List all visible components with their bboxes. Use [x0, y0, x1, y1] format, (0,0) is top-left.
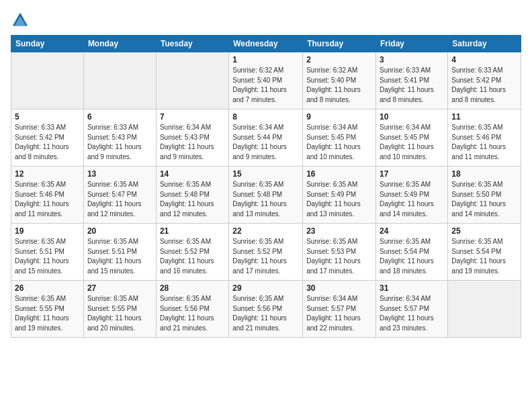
cell-content: Sunrise: 6:35 AM Sunset: 5:54 PM Dayligh…: [451, 237, 517, 276]
calendar: SundayMondayTuesdayWednesdayThursdayFrid…: [11, 35, 521, 338]
day-number: 6: [87, 112, 152, 122]
week-row-3: 19Sunrise: 6:35 AM Sunset: 5:51 PM Dayli…: [11, 224, 521, 281]
day-number: 21: [160, 226, 225, 236]
cell-content: Sunrise: 6:35 AM Sunset: 5:55 PM Dayligh…: [15, 294, 80, 333]
weekday-header-friday: Friday: [376, 36, 448, 52]
cell-content: Sunrise: 6:34 AM Sunset: 5:45 PM Dayligh…: [306, 123, 372, 162]
day-number: 26: [15, 283, 80, 293]
calendar-cell: 31Sunrise: 6:34 AM Sunset: 5:57 PM Dayli…: [376, 281, 448, 338]
day-number: 22: [232, 226, 299, 236]
calendar-cell: 2Sunrise: 6:32 AM Sunset: 5:40 PM Daylig…: [303, 52, 376, 109]
week-row-4: 26Sunrise: 6:35 AM Sunset: 5:55 PM Dayli…: [11, 281, 521, 338]
day-number: 12: [15, 169, 80, 179]
weekday-header-sunday: Sunday: [11, 36, 84, 52]
calendar-cell: 25Sunrise: 6:35 AM Sunset: 5:54 PM Dayli…: [448, 224, 521, 281]
day-number: 9: [306, 112, 372, 122]
calendar-cell: 13Sunrise: 6:35 AM Sunset: 5:47 PM Dayli…: [83, 167, 156, 224]
day-number: 16: [306, 169, 372, 179]
calendar-cell: 18Sunrise: 6:35 AM Sunset: 5:50 PM Dayli…: [448, 167, 521, 224]
calendar-header: SundayMondayTuesdayWednesdayThursdayFrid…: [11, 36, 521, 52]
cell-content: Sunrise: 6:34 AM Sunset: 5:43 PM Dayligh…: [160, 123, 225, 162]
cell-content: Sunrise: 6:35 AM Sunset: 5:52 PM Dayligh…: [232, 237, 299, 276]
day-number: 15: [232, 169, 299, 179]
calendar-cell: 20Sunrise: 6:35 AM Sunset: 5:51 PM Dayli…: [83, 224, 156, 281]
calendar-cell: 23Sunrise: 6:35 AM Sunset: 5:53 PM Dayli…: [303, 224, 376, 281]
calendar-cell: 29Sunrise: 6:35 AM Sunset: 5:56 PM Dayli…: [229, 281, 303, 338]
cell-content: Sunrise: 6:35 AM Sunset: 5:55 PM Dayligh…: [87, 294, 152, 333]
calendar-cell: [156, 52, 228, 109]
day-number: 18: [451, 169, 517, 179]
calendar-cell: 26Sunrise: 6:35 AM Sunset: 5:55 PM Dayli…: [11, 281, 84, 338]
cell-content: Sunrise: 6:33 AM Sunset: 5:43 PM Dayligh…: [87, 123, 152, 162]
calendar-cell: [11, 52, 84, 109]
day-number: 2: [306, 55, 372, 64]
cell-content: Sunrise: 6:32 AM Sunset: 5:40 PM Dayligh…: [306, 66, 372, 105]
page: SundayMondayTuesdayWednesdayThursdayFrid…: [0, 0, 532, 411]
calendar-cell: 6Sunrise: 6:33 AM Sunset: 5:43 PM Daylig…: [83, 109, 156, 167]
cell-content: Sunrise: 6:35 AM Sunset: 5:51 PM Dayligh…: [87, 237, 152, 276]
day-number: 28: [160, 283, 225, 293]
day-number: 31: [380, 283, 444, 293]
day-number: 17: [380, 169, 444, 179]
calendar-cell: 16Sunrise: 6:35 AM Sunset: 5:49 PM Dayli…: [303, 167, 376, 224]
cell-content: Sunrise: 6:35 AM Sunset: 5:53 PM Dayligh…: [306, 237, 372, 276]
cell-content: Sunrise: 6:35 AM Sunset: 5:56 PM Dayligh…: [160, 294, 225, 333]
cell-content: Sunrise: 6:35 AM Sunset: 5:50 PM Dayligh…: [451, 180, 517, 219]
cell-content: Sunrise: 6:34 AM Sunset: 5:44 PM Dayligh…: [232, 123, 299, 162]
day-number: 5: [15, 112, 80, 122]
cell-content: Sunrise: 6:35 AM Sunset: 5:54 PM Dayligh…: [380, 237, 444, 276]
day-number: 20: [87, 226, 152, 236]
logo: [11, 11, 31, 30]
cell-content: Sunrise: 6:34 AM Sunset: 5:57 PM Dayligh…: [380, 294, 444, 333]
day-number: 3: [380, 55, 444, 64]
weekday-header-wednesday: Wednesday: [229, 36, 303, 52]
cell-content: Sunrise: 6:35 AM Sunset: 5:49 PM Dayligh…: [380, 180, 444, 219]
weekday-header-tuesday: Tuesday: [156, 36, 228, 52]
week-row-1: 5Sunrise: 6:33 AM Sunset: 5:42 PM Daylig…: [11, 109, 521, 167]
cell-content: Sunrise: 6:35 AM Sunset: 5:52 PM Dayligh…: [160, 237, 225, 276]
calendar-cell: 12Sunrise: 6:35 AM Sunset: 5:46 PM Dayli…: [11, 167, 84, 224]
day-number: 29: [232, 283, 299, 293]
cell-content: Sunrise: 6:35 AM Sunset: 5:46 PM Dayligh…: [15, 180, 80, 219]
calendar-cell: 14Sunrise: 6:35 AM Sunset: 5:48 PM Dayli…: [156, 167, 228, 224]
header: [11, 8, 521, 30]
weekday-header-saturday: Saturday: [448, 36, 521, 52]
weekday-row: SundayMondayTuesdayWednesdayThursdayFrid…: [11, 36, 521, 52]
day-number: 1: [232, 55, 299, 64]
cell-content: Sunrise: 6:35 AM Sunset: 5:47 PM Dayligh…: [87, 180, 152, 219]
cell-content: Sunrise: 6:34 AM Sunset: 5:57 PM Dayligh…: [306, 294, 372, 333]
cell-content: Sunrise: 6:33 AM Sunset: 5:42 PM Dayligh…: [15, 123, 80, 162]
calendar-cell: 17Sunrise: 6:35 AM Sunset: 5:49 PM Dayli…: [376, 167, 448, 224]
cell-content: Sunrise: 6:35 AM Sunset: 5:51 PM Dayligh…: [15, 237, 80, 276]
calendar-cell: [448, 281, 521, 338]
cell-content: Sunrise: 6:35 AM Sunset: 5:46 PM Dayligh…: [451, 123, 517, 162]
day-number: 14: [160, 169, 225, 179]
cell-content: Sunrise: 6:32 AM Sunset: 5:40 PM Dayligh…: [232, 66, 299, 105]
calendar-cell: 3Sunrise: 6:33 AM Sunset: 5:41 PM Daylig…: [376, 52, 448, 109]
day-number: 27: [87, 283, 152, 293]
calendar-cell: 30Sunrise: 6:34 AM Sunset: 5:57 PM Dayli…: [303, 281, 376, 338]
calendar-cell: 5Sunrise: 6:33 AM Sunset: 5:42 PM Daylig…: [11, 109, 84, 167]
cell-content: Sunrise: 6:33 AM Sunset: 5:41 PM Dayligh…: [380, 66, 444, 105]
cell-content: Sunrise: 6:35 AM Sunset: 5:48 PM Dayligh…: [160, 180, 225, 219]
calendar-cell: 4Sunrise: 6:33 AM Sunset: 5:42 PM Daylig…: [448, 52, 521, 109]
calendar-cell: 24Sunrise: 6:35 AM Sunset: 5:54 PM Dayli…: [376, 224, 448, 281]
cell-content: Sunrise: 6:35 AM Sunset: 5:48 PM Dayligh…: [232, 180, 299, 219]
week-row-2: 12Sunrise: 6:35 AM Sunset: 5:46 PM Dayli…: [11, 167, 521, 224]
weekday-header-monday: Monday: [83, 36, 156, 52]
day-number: 24: [380, 226, 444, 236]
calendar-body: 1Sunrise: 6:32 AM Sunset: 5:40 PM Daylig…: [11, 52, 521, 338]
calendar-cell: 9Sunrise: 6:34 AM Sunset: 5:45 PM Daylig…: [303, 109, 376, 167]
calendar-cell: [83, 52, 156, 109]
weekday-header-thursday: Thursday: [303, 36, 376, 52]
calendar-cell: 19Sunrise: 6:35 AM Sunset: 5:51 PM Dayli…: [11, 224, 84, 281]
cell-content: Sunrise: 6:35 AM Sunset: 5:56 PM Dayligh…: [232, 294, 299, 333]
day-number: 23: [306, 226, 372, 236]
calendar-cell: 15Sunrise: 6:35 AM Sunset: 5:48 PM Dayli…: [229, 167, 303, 224]
calendar-cell: 21Sunrise: 6:35 AM Sunset: 5:52 PM Dayli…: [156, 224, 228, 281]
day-number: 19: [15, 226, 80, 236]
cell-content: Sunrise: 6:33 AM Sunset: 5:42 PM Dayligh…: [451, 66, 517, 105]
day-number: 30: [306, 283, 372, 293]
calendar-cell: 10Sunrise: 6:34 AM Sunset: 5:45 PM Dayli…: [376, 109, 448, 167]
calendar-cell: 11Sunrise: 6:35 AM Sunset: 5:46 PM Dayli…: [448, 109, 521, 167]
